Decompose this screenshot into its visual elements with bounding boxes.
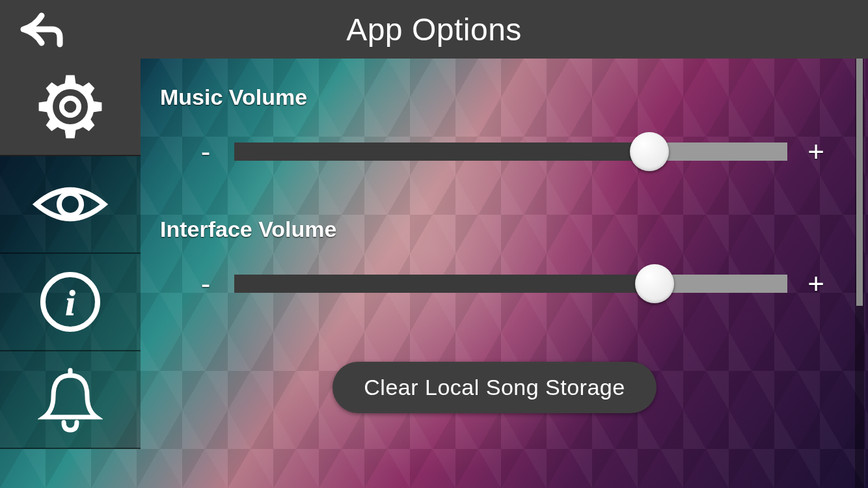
interface-volume-group: Interface Volume - + — [160, 217, 829, 349]
music-volume-plus-button[interactable]: + — [803, 135, 829, 168]
back-button[interactable] — [0, 0, 85, 59]
sidebar-tab-info[interactable]: i — [0, 254, 141, 351]
sidebar: i — [0, 59, 141, 488]
svg-point-1 — [50, 87, 90, 127]
interface-volume-plus-button[interactable]: + — [803, 267, 829, 300]
info-icon: i — [38, 269, 103, 334]
bell-icon — [38, 364, 103, 435]
sidebar-tab-notifications[interactable] — [0, 351, 141, 449]
sidebar-tab-settings[interactable] — [0, 59, 141, 156]
music-volume-thumb[interactable] — [630, 132, 669, 171]
settings-panel: Music Volume - + Interface Volume - — [141, 59, 868, 488]
music-volume-minus-button[interactable]: - — [193, 135, 219, 168]
eye-icon — [31, 178, 109, 230]
music-volume-fill — [234, 142, 649, 161]
interface-volume-slider-row: - + — [160, 264, 829, 303]
interface-volume-slider[interactable] — [234, 264, 787, 303]
scrollbar-thumb[interactable] — [856, 59, 863, 306]
music-volume-label: Music Volume — [160, 85, 829, 110]
content-scrollbar[interactable] — [855, 59, 864, 488]
gear-icon — [34, 71, 106, 142]
music-volume-slider[interactable] — [234, 132, 787, 171]
back-arrow-icon — [20, 12, 65, 47]
interface-volume-label: Interface Volume — [160, 217, 829, 242]
sidebar-tab-visual[interactable] — [0, 156, 141, 254]
page-title: App Options — [0, 12, 868, 47]
header-bar: App Options — [0, 0, 868, 59]
svg-text:i: i — [65, 284, 75, 323]
interface-volume-thumb[interactable] — [635, 264, 674, 303]
music-volume-group: Music Volume - + — [160, 85, 829, 217]
music-volume-slider-row: - + — [160, 132, 829, 171]
clear-storage-button[interactable]: Clear Local Song Storage — [332, 362, 656, 413]
svg-point-0 — [62, 98, 79, 115]
svg-point-2 — [59, 193, 81, 215]
interface-volume-minus-button[interactable]: - — [193, 267, 219, 300]
interface-volume-fill — [234, 275, 655, 293]
app-options-screen: App Options — [0, 0, 868, 488]
